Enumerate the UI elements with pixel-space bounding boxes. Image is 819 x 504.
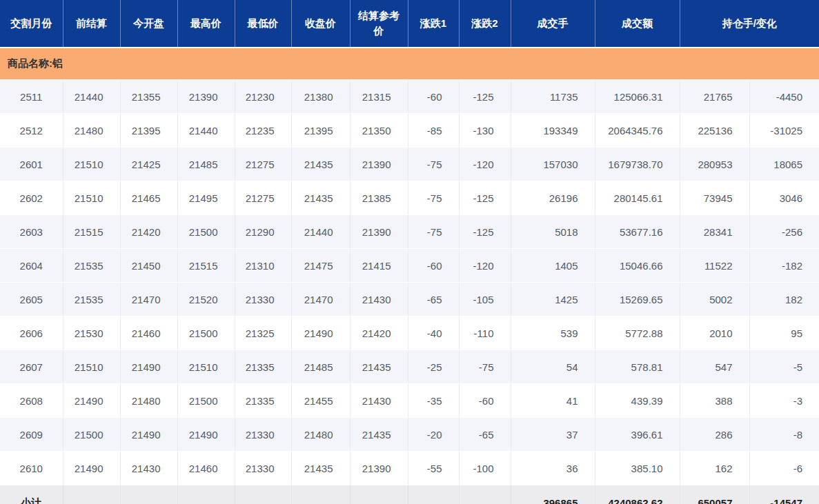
data-row-2603: 2603215152142021500212902144021390-75-12…: [0, 215, 819, 249]
cell-chg1: -20: [408, 418, 459, 452]
cell-close: 21470: [291, 283, 350, 316]
cell-turnover: 439.39: [595, 384, 680, 418]
cell-prev_settle: 21530: [63, 316, 120, 350]
cell-oi_change: -3: [749, 384, 819, 418]
cell-open: 21490: [120, 418, 177, 452]
cell-prev_settle: 21490: [63, 384, 120, 418]
cell-chg1: -60: [408, 249, 459, 283]
subtotal-row: 小计 396865 4240862.62 650057 -14547: [0, 485, 819, 504]
cell-volume: 54: [511, 350, 595, 384]
cell-open: 21490: [120, 350, 177, 384]
cell-low: 21310: [235, 249, 291, 283]
cell-oi_change: -5: [749, 350, 819, 384]
cell-prev_settle: 21515: [63, 215, 120, 249]
cell-oi: 225136: [680, 114, 749, 148]
cell-open: 21425: [120, 148, 177, 181]
cell-high: 21390: [177, 80, 235, 114]
cell-turnover: 5772.88: [595, 316, 680, 350]
cell-high: 21490: [177, 418, 235, 452]
cell-settle_ref: 21350: [350, 114, 408, 148]
cell-low: 21330: [235, 452, 291, 485]
cell-month: 2511: [0, 80, 63, 114]
data-row-2609: 2609215002149021490213302148021435-20-65…: [0, 418, 819, 452]
data-row-2605: 2605215352147021520213302147021430-65-10…: [0, 283, 819, 316]
cell-settle_ref: 21390: [350, 215, 408, 249]
cell-volume: 41: [511, 384, 595, 418]
cell-chg1: -40: [408, 316, 459, 350]
cell-oi: 28341: [680, 215, 749, 249]
cell-oi_change: -256: [749, 215, 819, 249]
header-row: 交割月份前结算今开盘最高价最低价收盘价结算参考价涨跌1涨跌2成交手成交额持仓手/…: [0, 0, 819, 48]
cell-month: 2601: [0, 148, 63, 181]
cell-turnover: 15269.65: [595, 283, 680, 316]
header-prev_settle: 前结算: [63, 0, 120, 48]
cell-prev_settle: 21440: [63, 80, 120, 114]
cell-high: 21515: [177, 249, 235, 283]
cell-settle_ref: 21390: [350, 452, 408, 485]
cell-prev_settle: 21500: [63, 418, 120, 452]
header-open: 今开盘: [120, 0, 177, 48]
data-row-2512: 2512214802139521440212352139521350-85-13…: [0, 114, 819, 148]
cell-high: 21495: [177, 181, 235, 215]
cell-open: 21430: [120, 452, 177, 485]
cell-month: 2607: [0, 350, 63, 384]
cell-chg2: -75: [459, 350, 511, 384]
subtotal-volume: 396865: [511, 485, 595, 504]
cell-month: 2604: [0, 249, 63, 283]
cell-settle_ref: 21385: [350, 181, 408, 215]
cell-turnover: 1679738.70: [595, 148, 680, 181]
cell-low: 21275: [235, 181, 291, 215]
subtotal-oi-change: -14547: [749, 485, 819, 504]
cell-oi_change: -8: [749, 418, 819, 452]
header-chg2: 涨跌2: [459, 0, 511, 48]
subtotal-open-interest: 650057: [680, 485, 749, 504]
data-row-2606: 2606215302146021500213252149021420-40-11…: [0, 316, 819, 350]
cell-oi_change: 95: [749, 316, 819, 350]
header-low: 最低价: [235, 0, 291, 48]
cell-oi_change: -31025: [749, 114, 819, 148]
cell-month: 2610: [0, 452, 63, 485]
cell-turnover: 396.61: [595, 418, 680, 452]
cell-settle_ref: 21435: [350, 418, 408, 452]
cell-chg1: -85: [408, 114, 459, 148]
cell-low: 21235: [235, 114, 291, 148]
data-row-2607: 2607215102149021510213352148521435-25-75…: [0, 350, 819, 384]
cell-high: 21500: [177, 384, 235, 418]
cell-chg2: -65: [459, 418, 511, 452]
cell-settle_ref: 21415: [350, 249, 408, 283]
header-close: 收盘价: [291, 0, 350, 48]
cell-turnover: 385.10: [595, 452, 680, 485]
commodity-group-row: 商品名称:铝: [0, 48, 819, 80]
cell-chg2: -60: [459, 384, 511, 418]
data-row-2604: 2604215352145021515213102147521415-60-12…: [0, 249, 819, 283]
cell-turnover: 2064345.76: [595, 114, 680, 148]
cell-volume: 157030: [511, 148, 595, 181]
subtotal-empty-cell: [459, 485, 511, 504]
cell-oi: 547: [680, 350, 749, 384]
cell-high: 21500: [177, 316, 235, 350]
cell-month: 2609: [0, 418, 63, 452]
cell-volume: 1405: [511, 249, 595, 283]
cell-oi_change: 182: [749, 283, 819, 316]
cell-oi: 21765: [680, 80, 749, 114]
cell-volume: 193349: [511, 114, 595, 148]
cell-low: 21335: [235, 350, 291, 384]
cell-high: 21440: [177, 114, 235, 148]
cell-chg2: -120: [459, 148, 511, 181]
cell-close: 21490: [291, 316, 350, 350]
cell-oi: 5002: [680, 283, 749, 316]
futures-quotes-screen: 交割月份前结算今开盘最高价最低价收盘价结算参考价涨跌1涨跌2成交手成交额持仓手/…: [0, 0, 819, 504]
cell-volume: 36: [511, 452, 595, 485]
cell-settle_ref: 21430: [350, 384, 408, 418]
cell-close: 21395: [291, 114, 350, 148]
cell-chg1: -65: [408, 283, 459, 316]
cell-oi: 73945: [680, 181, 749, 215]
cell-settle_ref: 21390: [350, 148, 408, 181]
cell-chg1: -55: [408, 452, 459, 485]
cell-turnover: 125066.31: [595, 80, 680, 114]
cell-chg2: -130: [459, 114, 511, 148]
cell-chg1: -60: [408, 80, 459, 114]
subtotal-empty-cell: [291, 485, 350, 504]
cell-volume: 5018: [511, 215, 595, 249]
cell-high: 21485: [177, 148, 235, 181]
